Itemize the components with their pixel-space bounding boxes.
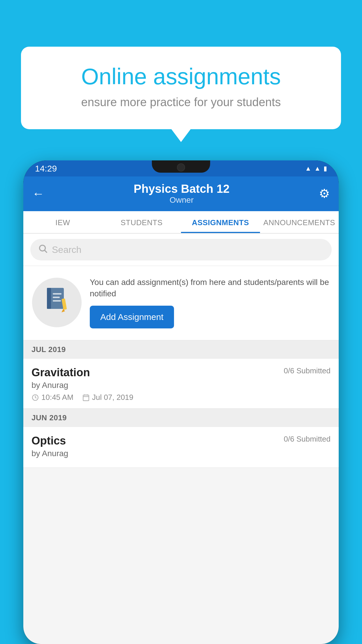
bubble-subtitle: ensure more practice for your students	[41, 96, 321, 109]
status-time: 14:29	[35, 164, 57, 174]
header-title: Physics Batch 12	[133, 182, 229, 195]
assignment-title-optics: Optics	[31, 435, 66, 447]
bubble-card: Online assignments ensure more practice …	[21, 47, 341, 129]
svg-point-0	[40, 245, 45, 251]
screen-content: Search	[23, 234, 339, 644]
assignment-title: Gravitation	[31, 366, 90, 379]
search-placeholder: Search	[52, 244, 81, 255]
svg-line-1	[45, 250, 47, 253]
add-assignment-button[interactable]: Add Assignment	[90, 306, 174, 328]
assignment-row1-optics: Optics 0/6 Submitted	[31, 435, 331, 447]
promo-icon-circle	[32, 278, 82, 327]
app-header: ← Physics Batch 12 Owner ⚙	[23, 176, 339, 211]
promo-right: You can add assignment(s) from here and …	[90, 276, 330, 328]
search-container: Search	[23, 234, 339, 266]
back-button[interactable]: ←	[32, 187, 44, 201]
bubble-title: Online assignments	[41, 64, 321, 89]
svg-rect-6	[53, 300, 61, 302]
tab-bar: IEW STUDENTS ASSIGNMENTS ANNOUNCEMENTS	[23, 211, 339, 234]
assignment-item-gravitation[interactable]: Gravitation 0/6 Submitted by Anurag 10:4…	[23, 359, 339, 409]
section-header-jul: JUL 2019	[23, 340, 339, 359]
wifi-icon: ▲	[305, 165, 311, 172]
assignment-author-optics: by Anurag	[31, 449, 331, 458]
assignment-item-optics[interactable]: Optics 0/6 Submitted by Anurag	[23, 427, 339, 468]
assignment-icon	[45, 287, 68, 318]
svg-rect-4	[53, 293, 61, 295]
date-value: Jul 07, 2019	[92, 393, 133, 402]
battery-icon: ▮	[324, 165, 327, 172]
phone-screen: 14:29 ▲ ▲ ▮ ← Physics Batch 12 Owner ⚙ I…	[23, 160, 339, 644]
search-icon	[38, 244, 48, 256]
search-bar[interactable]: Search	[30, 239, 332, 260]
phone-notch	[152, 160, 210, 173]
time-value: 10:45 AM	[41, 393, 73, 402]
promo-bubble: Online assignments ensure more practice …	[21, 47, 341, 129]
tab-announcements[interactable]: ANNOUNCEMENTS	[260, 211, 339, 233]
header-subtitle: Owner	[133, 195, 229, 205]
header-title-block: Physics Batch 12 Owner	[133, 182, 229, 205]
svg-rect-5	[53, 297, 60, 298]
assignment-submitted: 0/6 Submitted	[284, 366, 331, 375]
tab-overview[interactable]: IEW	[23, 211, 102, 233]
assignment-meta: 10:45 AM Jul 07, 2019	[31, 393, 331, 402]
svg-rect-10	[83, 395, 89, 401]
section-header-jun: JUN 2019	[23, 409, 339, 427]
assignment-submitted-optics: 0/6 Submitted	[284, 435, 331, 444]
tab-students[interactable]: STUDENTS	[102, 211, 181, 233]
status-icons: ▲ ▲ ▮	[305, 165, 327, 172]
signal-icon: ▲	[314, 165, 321, 172]
settings-button[interactable]: ⚙	[319, 186, 330, 201]
assignment-time: 10:45 AM	[31, 393, 73, 402]
tab-assignments[interactable]: ASSIGNMENTS	[181, 211, 260, 233]
front-camera	[177, 163, 185, 172]
promo-card: You can add assignment(s) from here and …	[23, 266, 339, 340]
phone-frame: 14:29 ▲ ▲ ▮ ← Physics Batch 12 Owner ⚙ I…	[23, 160, 339, 644]
assignment-date: Jul 07, 2019	[82, 393, 133, 402]
assignment-author: by Anurag	[31, 381, 331, 390]
assignment-row1: Gravitation 0/6 Submitted	[31, 366, 331, 379]
promo-text: You can add assignment(s) from here and …	[90, 276, 330, 299]
svg-rect-3	[47, 288, 51, 309]
